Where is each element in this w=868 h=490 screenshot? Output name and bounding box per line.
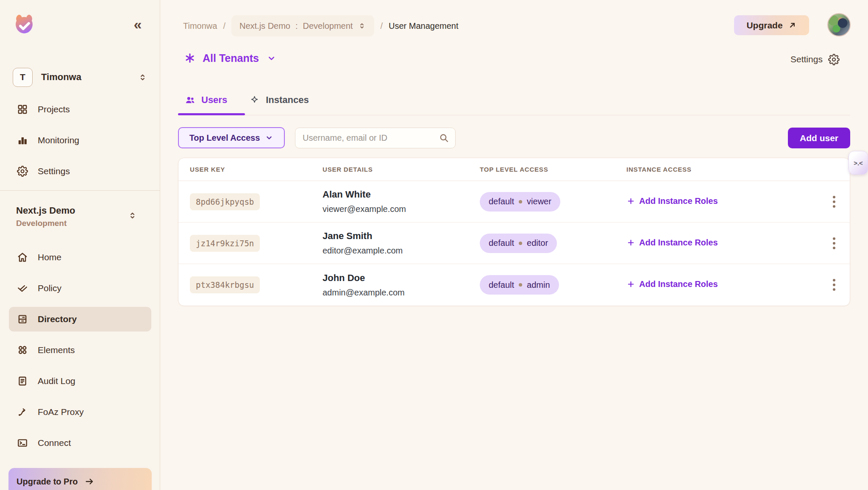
sidebar-item-label: FoAz Proxy (38, 407, 84, 417)
row-menu-kebab-icon[interactable] (830, 235, 838, 252)
breadcrumb-separator: / (380, 21, 383, 31)
sidebar-item-label: Connect (38, 438, 71, 448)
settings-label: Settings (790, 54, 823, 64)
sidebar-top-nav: Projects Monitoring (0, 97, 160, 190)
sidebar-item-elements[interactable]: Elements (9, 338, 151, 362)
badge-role: editor (527, 238, 548, 248)
circles-icon (17, 345, 28, 356)
access-badge: default viewer (480, 192, 560, 212)
upgrade-button-label: Upgrade (746, 20, 782, 31)
arrow-right-icon (84, 476, 95, 487)
chevron-up-down-icon (138, 72, 147, 82)
table-row: ptx384krbgsu John Doe admin@example.com … (178, 264, 850, 306)
user-avatar[interactable] (827, 13, 851, 36)
sidebar: « T Timonwa Projects (0, 0, 160, 490)
environment-settings-button[interactable]: Settings (790, 52, 840, 67)
main-content: Timonwa / Next.js Demo : Development / U… (160, 0, 868, 490)
add-instance-roles-link[interactable]: Add Instance Roles (626, 196, 718, 206)
upgrade-to-pro-label: Upgrade to Pro (17, 477, 78, 487)
sidebar-item-foaz-proxy[interactable]: FoAz Proxy (9, 400, 151, 424)
chevron-down-icon (267, 53, 276, 63)
plus-icon (626, 280, 635, 289)
active-tab-underline (178, 113, 245, 115)
badge-dot (519, 283, 522, 287)
feedback-widget[interactable]: >.< (849, 151, 868, 175)
upgrade-to-pro-button[interactable]: Upgrade to Pro (8, 468, 152, 490)
breadcrumb-colon: : (295, 21, 298, 31)
home-icon (17, 252, 28, 263)
breadcrumb-page: User Management (389, 21, 459, 31)
badge-tenant: default (489, 197, 514, 206)
sidebar-item-home[interactable]: Home (9, 245, 151, 270)
user-email: viewer@example.com (323, 203, 480, 214)
access-badge: default admin (480, 275, 559, 295)
user-key-chip: 8pd66jkpyqsb (190, 193, 260, 210)
tab-users[interactable]: Users (185, 91, 227, 109)
row-menu-kebab-icon[interactable] (830, 276, 838, 293)
breadcrumb-workspace[interactable]: Timonwa (183, 21, 217, 31)
row-menu-kebab-icon[interactable] (830, 193, 838, 210)
user-email: editor@example.com (323, 245, 480, 256)
breadcrumb-separator: / (223, 21, 225, 31)
column-header-user-details: USER DETAILS (323, 166, 480, 173)
tab-instances[interactable]: Instances (249, 91, 309, 109)
gear-icon (17, 166, 28, 177)
collapse-sidebar-button[interactable]: « (128, 16, 147, 33)
tenant-selector-label: All Tenants (203, 52, 259, 64)
add-instance-roles-link[interactable]: Add Instance Roles (626, 238, 718, 248)
sidebar-item-directory[interactable]: Directory (9, 307, 151, 331)
add-user-button[interactable]: Add user (788, 128, 850, 148)
badge-role: admin (527, 280, 550, 290)
sidebar-item-audit-log[interactable]: Audit Log (9, 369, 151, 393)
upgrade-button[interactable]: Upgrade (734, 15, 809, 35)
column-header-user-key: USER KEY (190, 166, 323, 173)
project-selector[interactable]: Next.js Demo Development (16, 205, 147, 228)
sparkle-icon (249, 95, 260, 106)
sidebar-item-label: Audit Log (38, 376, 75, 386)
top-level-access-filter[interactable]: Top Level Access (178, 127, 285, 148)
table-row: 8pd66jkpyqsb Alan White viewer@example.c… (178, 181, 850, 223)
sidebar-item-connect[interactable]: Connect (9, 431, 151, 455)
sidebar-item-label: Policy (38, 283, 61, 293)
terminal-icon (17, 437, 28, 449)
search-field (295, 128, 456, 148)
document-icon (17, 376, 28, 387)
sidebar-item-projects[interactable]: Projects (9, 97, 151, 122)
fox-logo-icon (12, 13, 36, 38)
user-name: John Doe (323, 272, 480, 284)
add-instance-roles-label: Add Instance Roles (639, 196, 718, 206)
user-email: admin@example.com (323, 287, 480, 298)
sidebar-item-monitoring[interactable]: Monitoring (9, 128, 151, 153)
tenant-selector[interactable]: All Tenants (184, 50, 276, 67)
cabinet-icon (17, 314, 28, 325)
breadcrumb: Timonwa / Next.js Demo : Development / U… (183, 15, 458, 36)
add-instance-roles-link[interactable]: Add Instance Roles (626, 279, 718, 289)
sidebar-item-label: Home (38, 252, 61, 262)
column-header-instance-access: INSTANCE ACCESS (626, 166, 821, 173)
sidebar-divider (0, 190, 160, 191)
breadcrumb-environment: Development (303, 21, 353, 31)
bar-chart-icon (17, 135, 28, 146)
badge-tenant: default (489, 280, 514, 290)
sidebar-item-label: Elements (38, 345, 75, 355)
badge-dot (519, 200, 522, 203)
tab-instances-label: Instances (266, 95, 309, 106)
app-root: « T Timonwa Projects (0, 0, 868, 490)
asterisk-icon (184, 52, 196, 64)
column-header-top-level-access: TOP LEVEL ACCESS (480, 166, 626, 173)
table-row: jz14r9kzi75n Jane Smith editor@example.c… (178, 223, 850, 264)
sidebar-item-policy[interactable]: Policy (9, 276, 151, 301)
workspace-selector[interactable]: T Timonwa (13, 67, 147, 87)
user-name: Jane Smith (323, 230, 480, 242)
chevron-down-icon (265, 134, 273, 142)
add-instance-roles-label: Add Instance Roles (639, 279, 718, 289)
sidebar-item-settings[interactable]: Settings (9, 159, 151, 184)
sidebar-item-label: Projects (38, 104, 70, 114)
double-check-icon (17, 283, 28, 294)
search-icon[interactable] (439, 133, 449, 143)
workspace-name: Timonwa (41, 72, 138, 83)
tab-bar: Users Instances (185, 91, 309, 109)
breadcrumb-project-pill[interactable]: Next.js Demo : Development (231, 15, 374, 36)
tab-divider (178, 115, 850, 115)
search-input[interactable] (295, 128, 456, 148)
